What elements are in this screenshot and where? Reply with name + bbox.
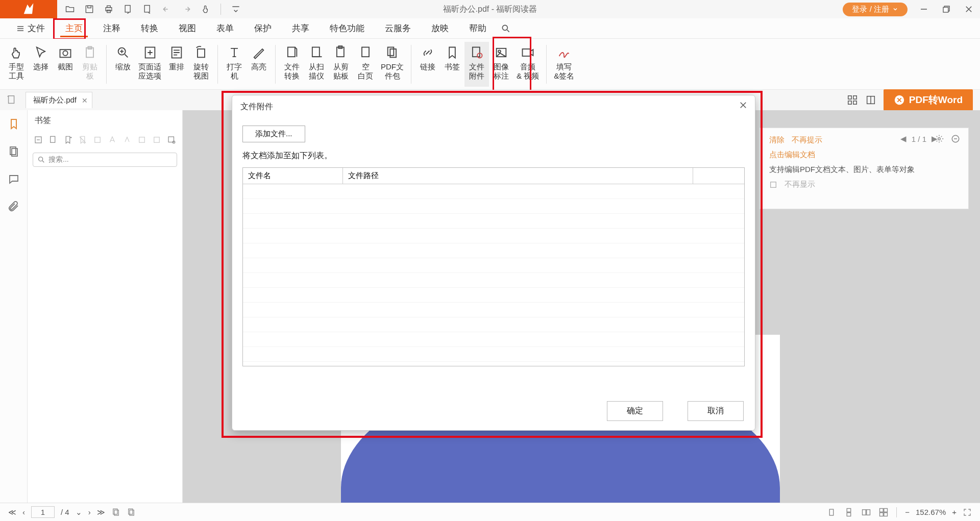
bm-expand-icon[interactable] — [33, 133, 43, 146]
ribbon-fit-page[interactable]: 页面适 应选项 — [135, 42, 164, 87]
last-page-icon[interactable]: ≫ — [97, 508, 105, 517]
ribbon-from-clipboard[interactable]: 从剪 贴板 — [329, 42, 353, 87]
page-next-icon[interactable] — [141, 3, 154, 16]
ribbon-blank-page[interactable]: 空 白页 — [353, 42, 378, 87]
open-icon[interactable] — [63, 3, 77, 16]
bm-search-find-icon[interactable] — [166, 133, 177, 146]
rail-pages-icon[interactable] — [6, 144, 21, 159]
ribbon-from-scanner[interactable]: 从扫 描仪 — [304, 42, 329, 87]
checkbox-icon[interactable] — [769, 181, 777, 189]
menu-tab-view[interactable]: 视图 — [168, 18, 206, 38]
bm-tool5-icon[interactable] — [92, 133, 103, 146]
ribbon-pdf-portfolio[interactable]: PDF文 件包 — [378, 42, 407, 87]
cancel-button[interactable]: 取消 — [688, 401, 744, 421]
next-page-icon[interactable]: › — [88, 508, 91, 516]
page-prev-icon[interactable] — [121, 3, 135, 16]
page-number-input[interactable]: 1 — [31, 506, 55, 518]
ok-button[interactable]: 确定 — [607, 401, 663, 421]
ribbon-select[interactable]: 选择 — [29, 42, 53, 87]
view-facing-cont-icon[interactable] — [879, 508, 888, 517]
menu-search-button[interactable] — [501, 23, 511, 34]
ribbon-bookmark[interactable]: 书签 — [440, 42, 464, 87]
menu-tab-comment[interactable]: 注释 — [93, 18, 131, 38]
collapse-icon[interactable] — [951, 134, 960, 143]
bookmark-search-input[interactable]: 搜索... — [33, 153, 177, 167]
ribbon-hand-tool[interactable]: 手型 工具 — [4, 42, 29, 87]
notification-clear-link[interactable]: 清除 — [769, 135, 785, 145]
minimize-button[interactable] — [918, 3, 930, 15]
zoom-in-button[interactable]: + — [952, 508, 957, 516]
bm-font-smaller-icon[interactable] — [122, 133, 133, 146]
menu-file[interactable]: 文件 — [6, 18, 55, 38]
bm-add-icon[interactable] — [62, 133, 73, 146]
bm-font-icon[interactable] — [107, 133, 117, 146]
pdf-to-word-button[interactable]: PDF转Word — [884, 89, 973, 111]
col-filepath[interactable]: 文件路径 — [343, 168, 693, 184]
ribbon-rotate[interactable]: 旋转 视图 — [189, 42, 213, 87]
view-reader-icon[interactable] — [865, 94, 876, 106]
ribbon-snapshot[interactable]: 截图 — [53, 42, 78, 87]
touch-icon[interactable] — [199, 3, 212, 16]
view-grid-icon[interactable] — [847, 94, 858, 106]
menu-tab-cloud[interactable]: 云服务 — [375, 18, 421, 38]
ribbon-audio-video[interactable]: 音频 & 视频 — [513, 42, 542, 87]
save-icon[interactable] — [83, 3, 96, 16]
ribbon-clipboard[interactable]: 剪贴 板 — [78, 42, 102, 87]
menu-tab-home[interactable]: 主页 — [55, 18, 93, 38]
ribbon-link[interactable]: 链接 — [415, 42, 440, 87]
view-continuous-icon[interactable] — [844, 508, 853, 517]
notification-dont-prompt-link[interactable]: 不再提示 — [792, 135, 822, 145]
prev-icon[interactable]: ◀ — [900, 134, 906, 143]
edit-doc-link[interactable]: 点击编辑文档 — [769, 150, 815, 160]
fullscreen-icon[interactable] — [963, 508, 972, 517]
login-button[interactable]: 登录 / 注册 — [843, 3, 908, 16]
ribbon-fill-sign[interactable]: 填写 &签名 — [551, 42, 577, 87]
undo-icon[interactable] — [160, 3, 174, 16]
app-logo[interactable] — [0, 0, 57, 18]
view-single-icon[interactable] — [827, 508, 836, 517]
view-facing-icon[interactable] — [862, 508, 871, 517]
add-file-button[interactable]: 添加文件... — [242, 126, 305, 142]
zoom-out-button[interactable]: − — [905, 508, 910, 516]
prev-page-icon[interactable]: ‹ — [22, 508, 25, 516]
ribbon-reflow[interactable]: 重排 — [164, 42, 189, 87]
document-tab[interactable]: 福昕办公.pdf ✕ — [26, 92, 92, 108]
file-list-table[interactable]: 文件名 文件路径 — [242, 167, 745, 366]
first-page-icon[interactable]: ≪ — [8, 508, 16, 517]
bm-tool8-icon[interactable] — [137, 133, 148, 146]
ribbon-file-convert[interactable]: 文件 转换 — [280, 42, 304, 87]
maximize-button[interactable] — [940, 3, 952, 15]
new-tab-icon[interactable] — [6, 94, 17, 106]
bm-collapse-icon[interactable] — [47, 133, 58, 146]
menu-tab-features[interactable]: 特色功能 — [320, 18, 375, 38]
menu-tab-convert[interactable]: 转换 — [131, 18, 168, 38]
bm-delete-icon[interactable] — [77, 133, 88, 146]
menu-tab-share[interactable]: 共享 — [282, 18, 320, 38]
close-tab-icon[interactable]: ✕ — [82, 96, 88, 105]
menu-tab-help[interactable]: 帮助 — [459, 18, 497, 38]
qat-dropdown-icon[interactable] — [229, 3, 242, 16]
ribbon-zoom[interactable]: 缩放 — [111, 42, 135, 87]
print-icon[interactable] — [102, 3, 115, 16]
page-dropdown-icon[interactable]: ⌄ — [76, 508, 82, 517]
rail-attachment-icon[interactable] — [6, 199, 21, 214]
rail-comment-icon[interactable] — [6, 171, 21, 187]
ribbon-image-annotation[interactable]: 图像 标注 — [489, 42, 513, 87]
copy-page2-icon[interactable] — [127, 508, 136, 517]
dialog-close-button[interactable] — [739, 101, 748, 110]
notification-panel: ◀ 1 / 1 ▶ 清除 不再提示 点击编辑文档 支持编辑PDF文档文本、图片、… — [760, 128, 969, 209]
bm-tool9-icon[interactable] — [152, 133, 162, 146]
menu-tab-form[interactable]: 表单 — [206, 18, 244, 38]
zoom-level[interactable]: 152.67% — [916, 508, 946, 516]
menu-tab-slideshow[interactable]: 放映 — [421, 18, 459, 38]
rail-bookmark-icon[interactable] — [6, 116, 21, 132]
col-filename[interactable]: 文件名 — [243, 168, 343, 184]
close-button[interactable] — [963, 3, 975, 15]
ribbon-highlight[interactable]: 高亮 — [247, 42, 271, 87]
gear-icon[interactable] — [935, 134, 944, 143]
ribbon-typewriter[interactable]: 打字 机 — [222, 42, 247, 87]
menu-tab-protect[interactable]: 保护 — [244, 18, 282, 38]
redo-icon[interactable] — [180, 3, 193, 16]
ribbon-file-attachment[interactable]: 文件 附件 — [464, 42, 489, 87]
copy-page-icon[interactable] — [111, 508, 120, 517]
